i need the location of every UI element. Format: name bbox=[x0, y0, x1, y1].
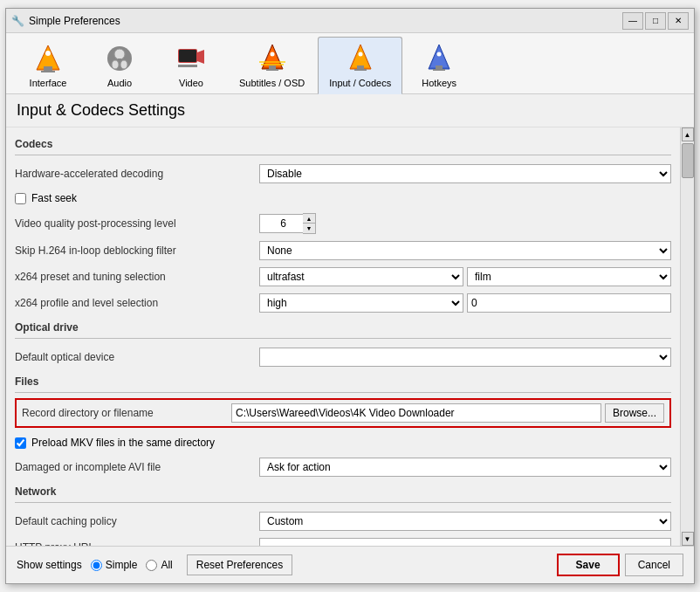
x264-preset-row: x264 preset and tuning selection ultrafa… bbox=[15, 264, 671, 290]
tab-audio[interactable]: Audio bbox=[85, 37, 154, 93]
hw-decoding-control: Disable Automatic DirectX Video Accelera… bbox=[259, 164, 671, 183]
preload-mkv-row: Preload MKV files in the same directory bbox=[15, 431, 671, 454]
svg-rect-9 bbox=[118, 59, 121, 60]
reset-preferences-button[interactable]: Reset Preferences bbox=[187, 554, 292, 575]
x264-preset-select[interactable]: ultrafast superfast veryfast faster fast… bbox=[259, 267, 463, 286]
radio-simple[interactable] bbox=[91, 560, 102, 571]
codecs-section-header: Codecs bbox=[15, 133, 671, 153]
x264-preset-label: x264 preset and tuning selection bbox=[15, 271, 259, 283]
fast-seek-checkbox[interactable] bbox=[15, 193, 26, 204]
svg-rect-17 bbox=[266, 69, 278, 71]
page-title: Input & Codecs Settings bbox=[6, 94, 694, 127]
browse-button[interactable]: Browse... bbox=[605, 403, 664, 423]
x264-profile-row: x264 profile and level selection baselin… bbox=[15, 290, 671, 316]
hotkeys-tab-icon bbox=[422, 41, 456, 76]
svg-rect-29 bbox=[433, 69, 445, 71]
scroll-up-button[interactable]: ▲ bbox=[682, 127, 694, 141]
svg-rect-24 bbox=[354, 69, 367, 71]
optical-divider bbox=[15, 338, 671, 339]
tab-input-label: Input / Codecs bbox=[329, 78, 391, 88]
x264-profile-label: x264 profile and level selection bbox=[15, 297, 259, 309]
svg-marker-27 bbox=[430, 46, 448, 67]
maximize-button[interactable]: □ bbox=[645, 12, 666, 30]
svg-rect-13 bbox=[178, 65, 197, 67]
caching-policy-row: Default caching policy Custom Lowest lat… bbox=[15, 508, 671, 534]
http-proxy-input[interactable] bbox=[259, 538, 671, 546]
optical-device-select[interactable] bbox=[259, 348, 671, 367]
radio-all[interactable] bbox=[146, 560, 157, 571]
video-quality-control: ▲ ▼ bbox=[259, 213, 671, 234]
caching-policy-control: Custom Lowest latency Low latency Normal… bbox=[259, 512, 671, 531]
tab-video-label: Video bbox=[179, 78, 203, 88]
optical-section-header: Optical drive bbox=[15, 316, 671, 336]
subtitles-tab-icon bbox=[255, 41, 290, 76]
close-button[interactable]: ✕ bbox=[668, 12, 689, 30]
damaged-avi-select[interactable]: Ask for action Always fix Never fix bbox=[259, 458, 671, 477]
minimize-button[interactable]: — bbox=[622, 12, 643, 30]
video-quality-row: Video quality post-processing level ▲ ▼ bbox=[15, 210, 671, 237]
svg-point-8 bbox=[120, 60, 127, 69]
hw-decoding-select[interactable]: Disable Automatic DirectX Video Accelera… bbox=[259, 164, 671, 183]
hw-decoding-label: Hardware-accelerated decoding bbox=[15, 168, 259, 180]
svg-rect-3 bbox=[41, 71, 55, 72]
video-quality-input[interactable] bbox=[259, 214, 303, 233]
record-dir-row: Record directory or filename Browse... bbox=[15, 398, 671, 428]
svg-rect-23 bbox=[357, 65, 364, 69]
tab-bar: Interface Audio bbox=[6, 33, 694, 94]
tab-subtitles[interactable]: Subtitles / OSD bbox=[228, 37, 316, 93]
svg-rect-19 bbox=[259, 61, 285, 63]
svg-rect-20 bbox=[261, 64, 284, 65]
caching-policy-select[interactable]: Custom Lowest latency Low latency Normal… bbox=[259, 512, 671, 531]
settings-panel: Codecs Hardware-accelerated decoding Dis… bbox=[6, 127, 680, 546]
record-path-input[interactable] bbox=[231, 403, 601, 423]
svg-point-7 bbox=[112, 60, 119, 69]
spin-down-button[interactable]: ▼ bbox=[303, 224, 315, 233]
x264-tuning-select[interactable]: film animation grain psnr bbox=[467, 267, 671, 286]
record-dir-label: Record directory or filename bbox=[22, 407, 231, 419]
radio-simple-option[interactable]: Simple bbox=[91, 559, 138, 571]
save-button[interactable]: Save bbox=[557, 554, 620, 576]
files-divider bbox=[15, 392, 671, 393]
cancel-button[interactable]: Cancel bbox=[625, 554, 683, 576]
tab-hotkeys[interactable]: Hotkeys bbox=[404, 37, 474, 93]
hw-decoding-row: Hardware-accelerated decoding Disable Au… bbox=[15, 161, 671, 187]
video-tab-icon bbox=[174, 41, 209, 76]
x264-profile-select[interactable]: baseline main high high10 high422 bbox=[259, 293, 463, 313]
spin-up-button[interactable]: ▲ bbox=[303, 214, 315, 224]
svg-point-30 bbox=[437, 52, 442, 57]
radio-group: Simple All bbox=[91, 559, 173, 571]
tab-input[interactable]: Input / Codecs bbox=[318, 37, 402, 94]
tab-audio-label: Audio bbox=[107, 78, 132, 88]
network-section-header: Network bbox=[15, 480, 671, 500]
optical-device-label: Default optical device bbox=[15, 351, 259, 363]
skip-h264-select[interactable]: None Non-ref Bidir non-ref Non-key All bbox=[259, 241, 671, 260]
radio-all-option[interactable]: All bbox=[146, 559, 172, 571]
main-window: 🔧 Simple Preferences — □ ✕ Interface bbox=[5, 8, 695, 584]
tab-video[interactable]: Video bbox=[156, 37, 226, 93]
app-icon: 🔧 bbox=[11, 15, 24, 27]
scrollbar-thumb[interactable] bbox=[682, 143, 694, 178]
fast-seek-label: Fast seek bbox=[31, 192, 77, 204]
damaged-avi-label: Damaged or incomplete AVI file bbox=[15, 461, 259, 473]
tab-interface[interactable]: Interface bbox=[13, 37, 83, 93]
fast-seek-control: Fast seek bbox=[15, 192, 671, 204]
preload-mkv-checkbox[interactable] bbox=[15, 437, 26, 449]
scrollbar-track: ▲ ▼ bbox=[680, 127, 694, 546]
files-section-header: Files bbox=[15, 370, 671, 390]
tab-hotkeys-label: Hotkeys bbox=[422, 78, 456, 88]
optical-device-row: Default optical device bbox=[15, 344, 671, 370]
skip-h264-row: Skip H.264 in-loop deblocking filter Non… bbox=[15, 237, 671, 264]
damaged-avi-row: Damaged or incomplete AVI file Ask for a… bbox=[15, 454, 671, 480]
tab-subtitles-label: Subtitles / OSD bbox=[239, 78, 305, 88]
bottom-bar: Show settings Simple All Reset Preferenc… bbox=[6, 546, 694, 583]
audio-tab-icon bbox=[102, 41, 137, 76]
input-tab-icon bbox=[343, 41, 378, 76]
svg-point-6 bbox=[114, 49, 125, 59]
interface-tab-icon bbox=[31, 41, 65, 76]
scroll-down-button[interactable]: ▼ bbox=[682, 532, 694, 546]
caching-policy-label: Default caching policy bbox=[15, 515, 259, 527]
radio-simple-label: Simple bbox=[106, 559, 138, 571]
network-divider bbox=[15, 502, 671, 503]
x264-preset-control: ultrafast superfast veryfast faster fast… bbox=[259, 267, 671, 286]
x264-level-input[interactable] bbox=[467, 293, 671, 313]
